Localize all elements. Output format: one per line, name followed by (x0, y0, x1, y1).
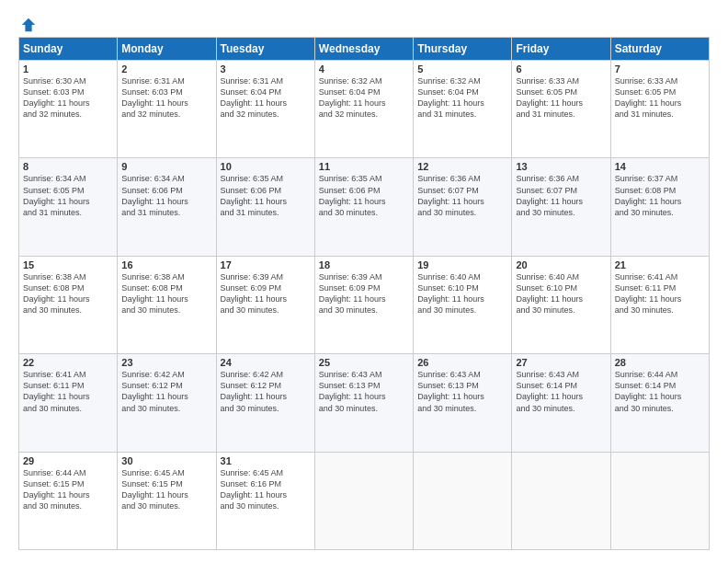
logo (18, 17, 37, 29)
calendar-cell: 15Sunrise: 6:38 AM Sunset: 6:08 PM Dayli… (19, 256, 118, 353)
day-info: Sunrise: 6:37 AM Sunset: 6:08 PM Dayligh… (615, 173, 705, 218)
day-number: 15 (23, 259, 113, 270)
calendar-day-header: Friday (512, 38, 610, 61)
day-number: 27 (516, 357, 606, 368)
day-info: Sunrise: 6:32 AM Sunset: 6:04 PM Dayligh… (319, 75, 409, 121)
calendar-day-header: Wednesday (314, 38, 413, 61)
calendar-cell: 14Sunrise: 6:37 AM Sunset: 6:08 PM Dayli… (610, 158, 709, 256)
calendar-cell: 17Sunrise: 6:39 AM Sunset: 6:09 PM Dayli… (216, 256, 314, 353)
calendar-week-row: 15Sunrise: 6:38 AM Sunset: 6:08 PM Dayli… (19, 256, 710, 353)
day-number: 1 (23, 63, 113, 75)
day-number: 29 (23, 455, 113, 466)
calendar-week-row: 22Sunrise: 6:41 AM Sunset: 6:11 PM Dayli… (19, 354, 710, 452)
day-number: 18 (319, 259, 409, 270)
day-info: Sunrise: 6:45 AM Sunset: 6:16 PM Dayligh… (221, 467, 311, 512)
day-info: Sunrise: 6:42 AM Sunset: 6:12 PM Dayligh… (121, 369, 211, 414)
day-number: 20 (516, 259, 606, 270)
day-number: 5 (417, 63, 507, 75)
day-info: Sunrise: 6:43 AM Sunset: 6:13 PM Dayligh… (417, 369, 507, 414)
calendar-cell: 23Sunrise: 6:42 AM Sunset: 6:12 PM Dayli… (118, 354, 216, 452)
calendar-cell: 4Sunrise: 6:32 AM Sunset: 6:04 PM Daylig… (314, 61, 413, 158)
day-info: Sunrise: 6:34 AM Sunset: 6:05 PM Dayligh… (23, 173, 113, 218)
page: SundayMondayTuesdayWednesdayThursdayFrid… (0, 0, 728, 563)
day-number: 14 (615, 161, 705, 172)
day-info: Sunrise: 6:43 AM Sunset: 6:13 PM Dayligh… (319, 369, 409, 414)
day-number: 25 (319, 357, 409, 368)
day-number: 9 (121, 161, 211, 172)
day-info: Sunrise: 6:35 AM Sunset: 6:06 PM Dayligh… (221, 173, 311, 218)
day-number: 21 (615, 259, 705, 270)
calendar-cell (314, 452, 413, 549)
calendar-cell: 31Sunrise: 6:45 AM Sunset: 6:16 PM Dayli… (216, 452, 314, 549)
day-info: Sunrise: 6:33 AM Sunset: 6:05 PM Dayligh… (516, 75, 606, 121)
day-info: Sunrise: 6:31 AM Sunset: 6:03 PM Dayligh… (121, 75, 211, 121)
day-number: 26 (417, 357, 507, 368)
calendar-day-header: Monday (118, 38, 216, 61)
day-info: Sunrise: 6:30 AM Sunset: 6:03 PM Dayligh… (23, 75, 113, 121)
calendar-day-header: Thursday (414, 38, 512, 61)
day-info: Sunrise: 6:44 AM Sunset: 6:14 PM Dayligh… (615, 369, 705, 414)
calendar-cell: 5Sunrise: 6:32 AM Sunset: 6:04 PM Daylig… (414, 61, 512, 158)
calendar-cell: 7Sunrise: 6:33 AM Sunset: 6:05 PM Daylig… (610, 61, 709, 158)
calendar-day-header: Saturday (610, 38, 709, 61)
day-info: Sunrise: 6:44 AM Sunset: 6:15 PM Dayligh… (23, 467, 113, 512)
header (18, 17, 710, 29)
calendar-cell: 10Sunrise: 6:35 AM Sunset: 6:06 PM Dayli… (216, 158, 314, 256)
calendar-cell: 13Sunrise: 6:36 AM Sunset: 6:07 PM Dayli… (512, 158, 610, 256)
calendar-cell: 12Sunrise: 6:36 AM Sunset: 6:07 PM Dayli… (414, 158, 512, 256)
day-number: 11 (319, 161, 409, 172)
calendar-cell: 2Sunrise: 6:31 AM Sunset: 6:03 PM Daylig… (118, 61, 216, 158)
calendar-week-row: 8Sunrise: 6:34 AM Sunset: 6:05 PM Daylig… (19, 158, 710, 256)
day-info: Sunrise: 6:31 AM Sunset: 6:04 PM Dayligh… (221, 75, 311, 121)
day-info: Sunrise: 6:38 AM Sunset: 6:08 PM Dayligh… (121, 271, 211, 316)
calendar-cell: 8Sunrise: 6:34 AM Sunset: 6:05 PM Daylig… (19, 158, 118, 256)
day-number: 16 (121, 259, 211, 270)
day-info: Sunrise: 6:36 AM Sunset: 6:07 PM Dayligh… (417, 173, 507, 218)
day-info: Sunrise: 6:33 AM Sunset: 6:05 PM Dayligh… (615, 75, 705, 121)
day-number: 6 (516, 63, 606, 75)
calendar-header-row: SundayMondayTuesdayWednesdayThursdayFrid… (19, 38, 710, 61)
day-info: Sunrise: 6:39 AM Sunset: 6:09 PM Dayligh… (221, 271, 311, 316)
calendar-cell: 6Sunrise: 6:33 AM Sunset: 6:05 PM Daylig… (512, 61, 610, 158)
day-info: Sunrise: 6:45 AM Sunset: 6:15 PM Dayligh… (121, 467, 211, 512)
day-number: 13 (516, 161, 606, 172)
calendar-cell (414, 452, 512, 549)
calendar-cell: 16Sunrise: 6:38 AM Sunset: 6:08 PM Dayli… (118, 256, 216, 353)
calendar-cell: 22Sunrise: 6:41 AM Sunset: 6:11 PM Dayli… (19, 354, 118, 452)
day-info: Sunrise: 6:40 AM Sunset: 6:10 PM Dayligh… (417, 271, 507, 316)
day-info: Sunrise: 6:41 AM Sunset: 6:11 PM Dayligh… (615, 271, 705, 316)
day-info: Sunrise: 6:32 AM Sunset: 6:04 PM Dayligh… (417, 75, 507, 121)
calendar-week-row: 1Sunrise: 6:30 AM Sunset: 6:03 PM Daylig… (19, 61, 710, 158)
day-info: Sunrise: 6:42 AM Sunset: 6:12 PM Dayligh… (221, 369, 311, 414)
calendar-cell: 28Sunrise: 6:44 AM Sunset: 6:14 PM Dayli… (610, 354, 709, 452)
calendar-cell: 11Sunrise: 6:35 AM Sunset: 6:06 PM Dayli… (314, 158, 413, 256)
svg-marker-0 (22, 18, 35, 31)
day-number: 12 (417, 161, 507, 172)
day-info: Sunrise: 6:43 AM Sunset: 6:14 PM Dayligh… (516, 369, 606, 414)
day-number: 23 (121, 357, 211, 368)
calendar-day-header: Tuesday (216, 38, 314, 61)
day-number: 10 (221, 161, 311, 172)
day-number: 8 (23, 161, 113, 172)
day-info: Sunrise: 6:36 AM Sunset: 6:07 PM Dayligh… (516, 173, 606, 218)
calendar-cell: 19Sunrise: 6:40 AM Sunset: 6:10 PM Dayli… (414, 256, 512, 353)
day-number: 17 (221, 259, 311, 270)
day-number: 22 (23, 357, 113, 368)
calendar-cell: 3Sunrise: 6:31 AM Sunset: 6:04 PM Daylig… (216, 61, 314, 158)
day-info: Sunrise: 6:39 AM Sunset: 6:09 PM Dayligh… (319, 271, 409, 316)
day-number: 24 (221, 357, 311, 368)
calendar-day-header: Sunday (19, 38, 118, 61)
calendar-cell: 9Sunrise: 6:34 AM Sunset: 6:06 PM Daylig… (118, 158, 216, 256)
calendar-cell: 27Sunrise: 6:43 AM Sunset: 6:14 PM Dayli… (512, 354, 610, 452)
calendar-cell: 20Sunrise: 6:40 AM Sunset: 6:10 PM Dayli… (512, 256, 610, 353)
calendar-week-row: 29Sunrise: 6:44 AM Sunset: 6:15 PM Dayli… (19, 452, 710, 549)
day-number: 31 (221, 455, 311, 466)
calendar-cell (610, 452, 709, 549)
day-info: Sunrise: 6:40 AM Sunset: 6:10 PM Dayligh… (516, 271, 606, 316)
day-number: 30 (121, 455, 211, 466)
calendar-cell: 25Sunrise: 6:43 AM Sunset: 6:13 PM Dayli… (314, 354, 413, 452)
calendar-cell: 18Sunrise: 6:39 AM Sunset: 6:09 PM Dayli… (314, 256, 413, 353)
day-number: 7 (615, 63, 705, 75)
calendar-table: SundayMondayTuesdayWednesdayThursdayFrid… (18, 37, 710, 550)
day-number: 28 (615, 357, 705, 368)
